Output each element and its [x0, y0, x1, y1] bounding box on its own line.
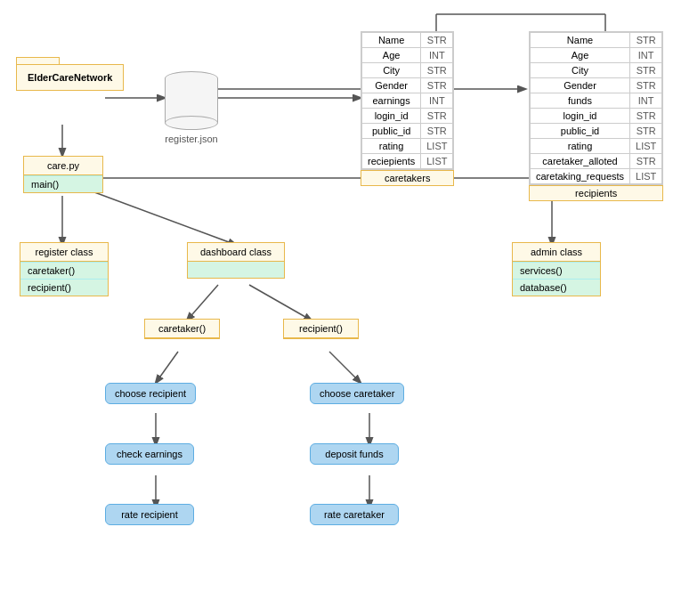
- check-earnings-node: check earnings: [105, 443, 194, 465]
- rate-recipient-label: rate recipient: [105, 504, 194, 525]
- db-cylinder: register.json: [165, 71, 218, 144]
- admin-method-1: database(): [513, 279, 600, 296]
- table-row: login_idSTR: [531, 109, 662, 124]
- admin-class-header: admin class: [513, 243, 600, 262]
- db-label: register.json: [165, 134, 218, 144]
- rate-caretaker-label: rate caretaker: [310, 504, 399, 525]
- eldercare-label: ElderCareNetwork: [16, 64, 124, 91]
- register-class-header: register class: [20, 243, 108, 262]
- rate-caretaker-node: rate caretaker: [310, 504, 399, 525]
- caretaker-fn-header: caretaker(): [145, 320, 219, 338]
- table-row: ratingLIST: [531, 139, 662, 154]
- table-row: GenderSTR: [362, 78, 453, 93]
- admin-method-0: services(): [513, 262, 600, 279]
- svg-line-9: [187, 285, 218, 320]
- choose-recipient-node: choose recipient: [105, 383, 196, 404]
- admin-class-node: admin class services() database(): [512, 242, 601, 296]
- table-row: login_idSTR: [362, 109, 453, 124]
- deposit-funds-label: deposit funds: [310, 443, 399, 465]
- recipients-table: NameSTR AgeINT CitySTR GenderSTR fundsIN…: [529, 31, 663, 201]
- table-row: fundsINT: [531, 93, 662, 109]
- register-method-1: recipient(): [20, 279, 108, 296]
- caretakers-label: caretakers: [361, 170, 454, 186]
- rate-recipient-node: rate recipient: [105, 504, 194, 525]
- table-row: NameSTR: [362, 33, 453, 48]
- care-py-method: main(): [24, 175, 102, 192]
- table-row: caretaker_allotedSTR: [531, 154, 662, 169]
- register-method-0: caretaker(): [20, 262, 108, 279]
- table-row: NameSTR: [531, 33, 662, 48]
- register-class-node: register class caretaker() recipient(): [20, 242, 109, 296]
- check-earnings-label: check earnings: [105, 443, 194, 465]
- table-row: CitySTR: [531, 63, 662, 78]
- caretaker-fn-node: caretaker(): [144, 319, 220, 339]
- svg-line-10: [249, 285, 312, 320]
- recipients-label: recipients: [529, 185, 663, 201]
- care-py-header: care.py: [24, 157, 102, 175]
- recipient-fn-node: recipient(): [283, 319, 359, 339]
- db-bottom: [165, 116, 218, 130]
- dashboard-class-header: dashboard class: [188, 243, 284, 262]
- table-row: public_idSTR: [362, 124, 453, 139]
- diagram: ElderCareNetwork register.json NameSTR A…: [0, 0, 673, 616]
- table-row: ratingLIST: [362, 139, 453, 154]
- svg-line-8: [80, 187, 236, 245]
- table-row: AgeINT: [362, 48, 453, 63]
- table-row: reciepientsLIST: [362, 154, 453, 169]
- svg-line-11: [156, 352, 178, 383]
- choose-recipient-label: choose recipient: [105, 383, 196, 404]
- table-row: CitySTR: [362, 63, 453, 78]
- deposit-funds-node: deposit funds: [310, 443, 399, 465]
- table-row: caretaking_requestsLIST: [531, 169, 662, 184]
- caretakers-table: NameSTR AgeINT CitySTR GenderSTR earning…: [361, 31, 454, 186]
- eldercare-node: ElderCareNetwork: [16, 64, 124, 91]
- svg-line-14: [329, 352, 361, 383]
- dashboard-class-node: dashboard class: [187, 242, 285, 279]
- table-row: AgeINT: [531, 48, 662, 63]
- table-row: public_idSTR: [531, 124, 662, 139]
- recipient-fn-header: recipient(): [284, 320, 358, 338]
- care-py-node: care.py main(): [23, 156, 103, 193]
- choose-caretaker-node: choose caretaker: [310, 383, 404, 404]
- table-row: earningsINT: [362, 93, 453, 109]
- table-row: GenderSTR: [531, 78, 662, 93]
- choose-caretaker-label: choose caretaker: [310, 383, 404, 404]
